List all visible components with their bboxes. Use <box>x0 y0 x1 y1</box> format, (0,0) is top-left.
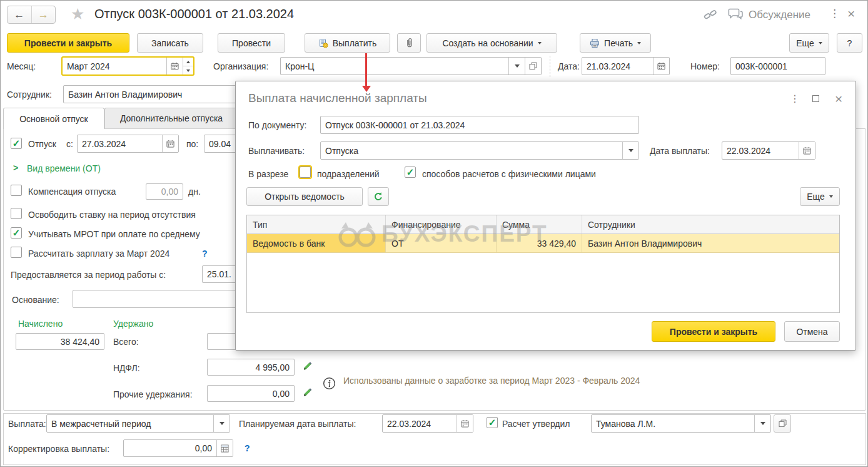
toolbar-more-button[interactable]: Еще <box>789 33 829 53</box>
open-statement-button[interactable]: Открыть ведомость <box>246 187 363 206</box>
release-rate-checkbox[interactable] <box>11 208 22 219</box>
payment-dialog: Выплата начисленной зарплаты ⋮ × По доку… <box>235 81 856 351</box>
window-close-icon[interactable]: × <box>847 7 855 20</box>
tab-main-vacation[interactable]: Основной отпуск <box>3 108 104 129</box>
date-field[interactable]: 21.03.2024 <box>582 57 670 75</box>
chevron-down-icon[interactable] <box>754 415 770 432</box>
dialog-post-and-close-button[interactable]: Провести и закрыть <box>652 321 775 342</box>
payments-table: Тип Финансирование Сумма Сотрудники Ведо… <box>246 215 840 313</box>
compensation-label: Компенсация отпуска <box>28 187 116 197</box>
col-header-sum[interactable]: Сумма <box>497 215 582 234</box>
page-title: Отпуск 003К-000001 от 21.03.2024 <box>94 7 294 21</box>
print-button[interactable]: Печать <box>580 33 651 53</box>
vacation-checkbox[interactable] <box>11 138 22 149</box>
edit-pencil-icon[interactable] <box>302 361 313 371</box>
help-button[interactable]: ? <box>837 33 862 53</box>
adjustment-field[interactable]: 0,00 <box>123 439 233 457</box>
forward-icon[interactable]: → <box>32 6 56 23</box>
discussion-label[interactable]: Обсуждение <box>749 9 810 21</box>
compensation-days-field[interactable]: 0,00 <box>146 183 183 200</box>
chevron-down-icon <box>819 42 822 44</box>
ndfl-field[interactable]: 4 995,00 <box>207 359 295 376</box>
red-pointer-arrow <box>362 53 371 92</box>
mrot-label: Учитывать МРОТ при оплате по среднему <box>28 229 200 239</box>
create-based-on-button[interactable]: Создать на основании <box>426 33 557 53</box>
refresh-icon[interactable] <box>368 187 389 206</box>
dialog-cancel-button[interactable]: Отмена <box>784 321 840 342</box>
by-document-field[interactable]: Отпуск 003К-000001 от 21.03.2024 <box>320 116 639 134</box>
other-withholdings-label: Прочие удержания: <box>113 389 193 399</box>
save-button[interactable]: Записать <box>137 33 203 53</box>
calendar-icon[interactable] <box>166 58 183 74</box>
dialog-menu-dots-icon[interactable]: ⋮ <box>790 94 800 104</box>
vacation-from-field[interactable]: 27.03.2024 <box>77 135 179 153</box>
number-label: Номер: <box>690 61 720 71</box>
post-button[interactable]: Провести <box>218 33 285 53</box>
time-type-link[interactable]: Вид времени (ОТ) <box>27 163 101 173</box>
back-icon[interactable]: ← <box>8 6 32 23</box>
dialog-more-button[interactable]: Еще <box>800 187 840 206</box>
organization-field[interactable]: Крон-Ц <box>280 57 542 75</box>
chevron-down-icon[interactable] <box>622 142 638 159</box>
attachments-button[interactable] <box>397 33 421 53</box>
breakdown-dept-checkbox[interactable] <box>300 167 311 178</box>
month-field[interactable]: Март 2024 <box>61 56 194 76</box>
open-item-icon[interactable] <box>525 58 541 74</box>
payment-label: Выплата: <box>8 419 46 429</box>
chevron-down-icon[interactable] <box>213 415 230 432</box>
divider <box>550 56 550 77</box>
table-row[interactable]: Ведомость в банк ОТ 33 429,40 Базин Анто… <box>247 234 839 253</box>
accrued-field[interactable]: 38 424,40 <box>16 333 104 350</box>
employee-field[interactable]: Базин Антон Владимирович <box>63 85 238 103</box>
to-label: по: <box>186 139 198 149</box>
pay-date-field[interactable]: 22.03.2024 <box>722 141 815 160</box>
approver-field[interactable]: Туманова Л.М. <box>591 414 771 433</box>
days-unit-label: дн. <box>188 187 201 197</box>
pay-what-select[interactable]: Отпуска <box>320 141 639 160</box>
chevron-down-icon[interactable] <box>508 58 525 74</box>
calendar-icon[interactable] <box>653 58 669 74</box>
title-menu-dots-icon[interactable]: ⋮ <box>829 8 840 19</box>
calendar-icon[interactable] <box>457 415 473 432</box>
help-hint-icon[interactable]: ? <box>245 443 250 453</box>
edit-pencil-icon[interactable] <box>302 387 313 398</box>
tab-join <box>4 128 104 130</box>
vacation-label: Отпуск <box>28 139 56 149</box>
planned-date-field[interactable]: 22.03.2024 <box>382 414 473 433</box>
calc-approved-checkbox[interactable] <box>487 417 498 428</box>
col-header-employees[interactable]: Сотрудники <box>582 215 839 234</box>
breakdown-label: В разрезе <box>248 169 288 179</box>
dialog-close-icon[interactable]: × <box>835 92 842 105</box>
compensation-checkbox[interactable] <box>11 185 22 196</box>
open-item-icon[interactable] <box>774 414 791 433</box>
pay-button[interactable]: Выплатить <box>305 33 390 53</box>
mrot-checkbox[interactable] <box>11 227 22 239</box>
col-header-type[interactable]: Тип <box>247 215 386 234</box>
calendar-icon[interactable] <box>162 135 178 152</box>
calendar-icon[interactable] <box>799 142 815 159</box>
calc-salary-checkbox[interactable] <box>11 247 22 258</box>
discussion-icon[interactable] <box>728 8 744 21</box>
number-field[interactable]: 003К-000001 <box>730 57 825 75</box>
link-icon[interactable] <box>704 9 717 21</box>
nav-history-group: ← → <box>7 6 56 24</box>
help-hint-icon[interactable]: ? <box>202 249 208 259</box>
payment-period-select[interactable]: В межрасчетный период <box>46 414 230 433</box>
tab-additional-vacations[interactable]: Дополнительные отпуска <box>104 108 238 128</box>
favorite-star-icon[interactable]: ★ <box>71 5 84 23</box>
expand-chevron-icon[interactable]: > <box>13 163 18 173</box>
post-and-close-button[interactable]: Провести и закрыть <box>7 33 129 53</box>
calculator-icon[interactable] <box>216 440 233 456</box>
chevron-down-icon <box>637 42 641 44</box>
month-stepper[interactable] <box>183 58 193 74</box>
work-period-from-field[interactable]: 25.01. <box>202 265 240 283</box>
col-header-financing[interactable]: Финансирование <box>386 215 497 234</box>
paperclip-icon <box>405 38 414 48</box>
other-withholdings-field[interactable]: 0,00 <box>207 385 295 402</box>
basis-field[interactable] <box>73 290 238 308</box>
dialog-maximize-icon[interactable] <box>812 95 819 102</box>
calc-salary-label: Рассчитать зарплату за Март 2024 <box>28 249 169 259</box>
from-label: с: <box>66 139 73 149</box>
breakdown-methods-checkbox[interactable] <box>405 167 416 178</box>
info-icon <box>323 377 336 390</box>
